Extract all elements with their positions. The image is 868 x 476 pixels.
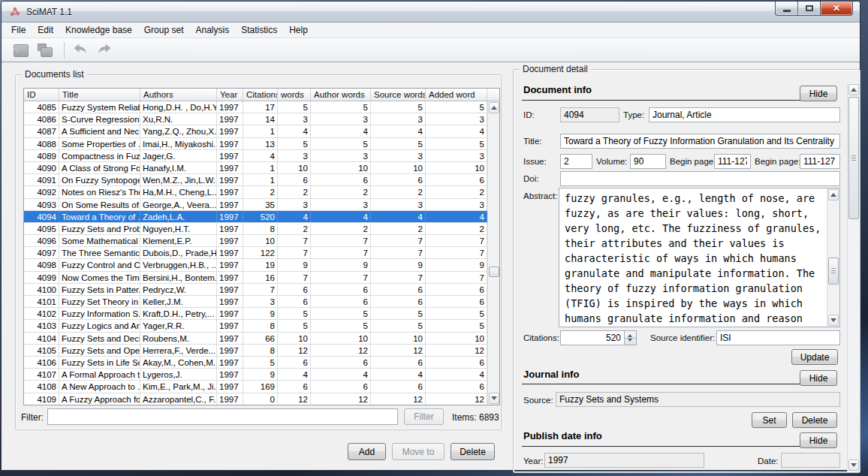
column-header-source-words[interactable]: Source words <box>371 89 426 101</box>
table-row[interactable]: 4093 On Some Results of ... George,A., V… <box>24 199 487 211</box>
citations-spinner-buttons[interactable] <box>625 330 637 345</box>
abstract-scrollbar-thumb[interactable] <box>828 258 839 285</box>
abstract-text[interactable]: fuzzy granules, e.g., length of nose, ar… <box>559 188 827 327</box>
menu-bar: File Edit Knowledge base Group set Analy… <box>2 23 860 38</box>
scroll-up-icon[interactable] <box>828 189 839 200</box>
table-row[interactable]: 4089 Compactness in Fuzz... Jager,G. 199… <box>24 150 487 162</box>
abstract-textarea[interactable]: fuzzy granules, e.g., length of nose, ar… <box>559 188 840 327</box>
cell-source-words: 12 <box>371 393 426 405</box>
delete-button[interactable]: Delete <box>451 443 495 460</box>
table-row[interactable]: 4087 A Sufficient and Nec... Yang,Z.Q., … <box>24 125 487 137</box>
journal-info-hide-button[interactable]: Hide <box>800 370 837 386</box>
table-row[interactable]: 4100 Fuzzy Sets in Patter... Pedrycz,W. … <box>24 284 487 296</box>
scroll-up-icon[interactable] <box>848 84 859 95</box>
table-row[interactable]: 4101 Fuzzy Set Theory in ... Keller,J.M.… <box>24 296 487 308</box>
abstract-scrollbar[interactable] <box>827 188 839 327</box>
menu-item-analysis[interactable]: Analysis <box>189 23 235 37</box>
detail-scrollbar-thumb[interactable] <box>848 97 859 219</box>
menu-item-knowledge-base[interactable]: Knowledge base <box>59 23 138 37</box>
column-header-authors[interactable]: Authors <box>140 89 217 101</box>
citations-spinner[interactable] <box>560 330 625 345</box>
spinner-up-icon[interactable] <box>628 334 632 337</box>
column-header-words[interactable]: words <box>278 89 311 101</box>
table-row[interactable]: 4108 A New Approach to ... Kim,E., Park,… <box>24 381 487 393</box>
filter-button[interactable]: Filter <box>404 408 444 425</box>
table-row[interactable]: 4103 Fuzzy Logics and Arti... Yager,R.R.… <box>24 320 487 332</box>
table-row[interactable]: 4107 A Formal Approach t... Lygeros,J. 1… <box>24 369 487 381</box>
column-header-year[interactable]: Year <box>217 89 243 101</box>
set-button[interactable]: Set <box>752 412 787 428</box>
menu-item-statistics[interactable]: Statistics <box>235 23 283 37</box>
scroll-down-icon[interactable] <box>848 459 859 471</box>
cell-source-words: 10 <box>371 333 426 344</box>
cell-words: 10 <box>278 162 311 173</box>
table-row[interactable]: 4098 Fuzzy Control and C... Verbruggen,H… <box>24 259 487 271</box>
table-row[interactable]: 4091 On Fuzzy Syntopoge... Wen,M.Z., Jin… <box>24 174 487 186</box>
column-header-author-words[interactable]: Author words <box>311 89 371 101</box>
cell-added-word: 3 <box>426 113 487 125</box>
type-field[interactable] <box>649 107 840 122</box>
cell-year: 1997 <box>217 150 243 161</box>
citations-label: Citations: <box>523 333 559 342</box>
table-row[interactable]: 4099 Now Comes the Time... Bersini,H., B… <box>24 272 487 284</box>
table-row[interactable]: 4105 Fuzzy Sets and Oper... Herrera,F., … <box>24 345 487 357</box>
table-row[interactable]: 4097 The Three Semantics... Dubois,D., P… <box>24 247 487 259</box>
table-row[interactable]: 4090 A Class of Strong Fo... Hanafy,I.M.… <box>24 162 487 174</box>
detail-panel-scrollbar[interactable] <box>847 83 860 471</box>
undo-button[interactable] <box>71 41 92 60</box>
issue-field[interactable] <box>560 154 592 169</box>
cell-citations: 1 <box>243 125 278 137</box>
table-scrollbar-thumb[interactable] <box>489 267 499 277</box>
table-row[interactable]: 4104 Fuzzy Sets and Decis... Roubens,M. … <box>24 333 487 345</box>
menu-item-help[interactable]: Help <box>283 23 314 37</box>
begin-page-field[interactable] <box>714 154 751 169</box>
journal-delete-button[interactable]: Delete <box>792 412 837 428</box>
menu-item-edit[interactable]: Edit <box>32 23 59 37</box>
cell-author-words: 9 <box>311 259 371 270</box>
table-row[interactable]: 4092 Notes on Riesz's The... Ha,M.H., Ch… <box>24 186 487 198</box>
cell-words: 2 <box>278 223 311 234</box>
toolbar <box>2 38 860 62</box>
add-button[interactable]: Add <box>348 443 386 460</box>
move-to-button[interactable]: Move to <box>392 443 445 460</box>
scroll-down-icon[interactable] <box>489 393 499 404</box>
cell-citations: 19 <box>243 259 278 270</box>
update-button[interactable]: Update <box>791 349 838 365</box>
scroll-up-icon[interactable] <box>489 102 499 113</box>
source-identifier-field[interactable] <box>716 330 840 345</box>
menu-item-file[interactable]: File <box>5 23 32 37</box>
new-knowledge-base-button[interactable] <box>11 41 32 60</box>
title-field[interactable] <box>560 134 840 149</box>
table-row[interactable]: 4109 A Fuzzy Approach fo... Azzaropantel… <box>24 393 487 405</box>
table-row[interactable]: 4095 Fuzzy Sets and Prob... Nguyen,H.T. … <box>24 223 487 235</box>
table-row[interactable]: 4102 Fuzzy Information S... Kraft,D.H., … <box>24 308 487 320</box>
cell-title: Some Mathematical ... <box>59 235 140 246</box>
filter-input[interactable] <box>47 408 398 425</box>
column-header-added-word[interactable]: Added word <box>426 89 487 101</box>
table-row[interactable]: 4096 Some Mathematical ... Klement,E.P. … <box>24 235 487 247</box>
table-row[interactable]: 4106 Fuzzy Sets in Life Sci... Akay,M., … <box>24 357 487 369</box>
publish-date-hide-button[interactable]: Hide <box>800 432 837 448</box>
column-header-citations[interactable]: Citations <box>243 89 278 101</box>
menu-item-group-set[interactable]: Group set <box>138 23 190 37</box>
table-row[interactable]: 4094 Toward a Theory of ... Zadeh,L.A. 1… <box>24 211 487 223</box>
maximize-button[interactable] <box>797 2 820 16</box>
cell-year: 1997 <box>217 101 243 113</box>
document-info-hide-button[interactable]: Hide <box>800 86 837 101</box>
redo-button[interactable] <box>95 41 116 60</box>
table-row[interactable]: 4085 Fuzzy System Reliabi... Hong,D.H. ,… <box>24 101 487 113</box>
volume-field[interactable] <box>630 154 666 169</box>
table-row[interactable]: 4088 Some Properties of ... Imai,H., Miy… <box>24 138 487 150</box>
column-header-title[interactable]: Title <box>59 89 140 101</box>
title-bar[interactable]: SciMAT 1.1 ✕ <box>2 2 860 23</box>
spinner-down-icon[interactable] <box>628 339 632 342</box>
scroll-down-icon[interactable] <box>828 315 839 326</box>
doi-field[interactable] <box>560 171 840 186</box>
column-header-id[interactable]: ID <box>24 89 59 101</box>
table-scrollbar[interactable] <box>487 101 499 405</box>
minimize-button[interactable] <box>775 2 797 16</box>
open-knowledge-base-button[interactable] <box>35 41 56 60</box>
table-row[interactable]: 4086 S-Curve Regression ... Xu,R.N. 1997… <box>24 113 487 125</box>
close-button[interactable]: ✕ <box>820 2 853 16</box>
begin-page2-field[interactable] <box>800 154 840 169</box>
